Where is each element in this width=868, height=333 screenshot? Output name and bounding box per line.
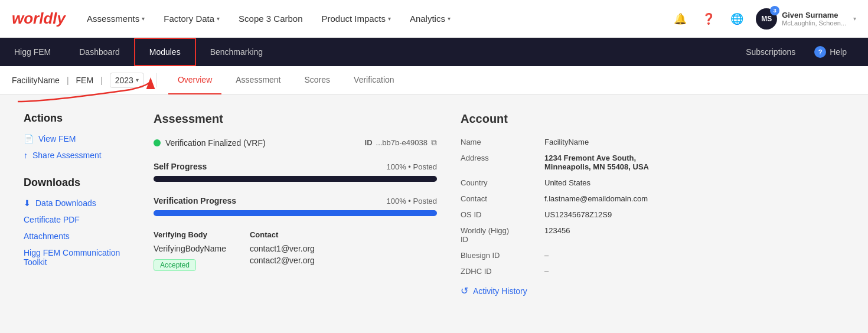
contact-col: Contact contact1@ver.org contact2@ver.or…: [250, 230, 315, 271]
tab-verification[interactable]: Verification: [344, 66, 403, 94]
main-content: Actions 📄 View FEM ↑ Share Assessment Do…: [0, 94, 868, 333]
account-row-bluesign: Bluesign ID –: [461, 251, 685, 260]
right-panel: Account Name FacilityName Address 1234 F…: [461, 112, 685, 325]
actions-title: Actions: [24, 112, 130, 125]
avatar: MS 3: [756, 8, 777, 30]
data-downloads-link[interactable]: ⬇ Data Downloads: [24, 198, 130, 208]
subscriptions-button[interactable]: Subscriptions: [736, 38, 805, 66]
account-row-name: Name FacilityName: [461, 138, 685, 146]
account-row-country: Country United States: [461, 178, 685, 187]
activity-history-link[interactable]: ↺ Activity History: [461, 285, 685, 296]
tab-nav: FacilityName | FEM | 2023 ▾ Overview Ass…: [0, 66, 868, 94]
copy-icon[interactable]: ⧉: [431, 138, 437, 148]
user-chevron-icon: ▾: [853, 15, 856, 22]
tab-separator: [156, 73, 156, 87]
chevron-down-icon: ▾: [142, 15, 145, 22]
globe-icon[interactable]: 🌐: [727, 9, 746, 28]
notification-icon[interactable]: 🔔: [671, 9, 690, 28]
activity-icon: ↺: [461, 285, 468, 296]
breadcrumb-facility: FacilityName: [12, 76, 60, 85]
nav-assessments[interactable]: Assessments ▾: [80, 10, 152, 27]
status-dot-icon: [154, 139, 161, 146]
second-nav: Higg FEM Dashboard Modules Benchmarking …: [0, 38, 868, 66]
share-assessment-link[interactable]: ↑ Share Assessment: [24, 151, 130, 160]
notification-badge: 3: [770, 6, 779, 15]
assessment-id: ID ...bb7b-e49038 ⧉: [365, 138, 437, 148]
nav-factory-data[interactable]: Factory Data ▾: [156, 10, 227, 27]
year-chevron-icon: ▾: [136, 77, 139, 83]
self-progress-bar-fill: [154, 176, 437, 182]
help-icon[interactable]: ❓: [699, 9, 718, 28]
downloads-section: Downloads ⬇ Data Downloads Certificate P…: [24, 177, 130, 267]
top-nav: worldly Assessments ▾ Factory Data ▾ Sco…: [0, 0, 868, 38]
verification-progress-meta: 100% • Posted: [386, 197, 437, 205]
account-row-address: Address 1234 Fremont Ave South,Minneapol…: [461, 154, 685, 171]
user-info: Given Surname McLaughlin, Schoen...: [782, 11, 846, 27]
second-nav-higg-fem[interactable]: Higg FEM: [0, 38, 65, 66]
nav-scope3[interactable]: Scope 3 Carbon: [231, 10, 309, 27]
tab-assessment[interactable]: Assessment: [226, 66, 290, 94]
help-button[interactable]: ? Help: [805, 38, 856, 66]
account-row-contact: Contact f.lastname@emaildomain.com: [461, 194, 685, 203]
left-panel: Actions 📄 View FEM ↑ Share Assessment Do…: [24, 112, 154, 325]
user-menu[interactable]: MS 3 Given Surname McLaughlin, Schoen...…: [756, 8, 856, 30]
logo[interactable]: worldly: [12, 9, 66, 28]
self-progress-bar-bg: [154, 176, 437, 182]
tab-scores[interactable]: Scores: [295, 66, 340, 94]
verifying-body-col: Verifying Body VerifyingBodyName Accepte…: [154, 230, 226, 271]
assessment-title: Assessment: [154, 112, 437, 126]
status-row: Verification Finalized (VRF) ID ...bb7b-…: [154, 138, 437, 148]
chevron-down-icon: ▾: [217, 15, 220, 22]
nav-analytics[interactable]: Analytics ▾: [403, 10, 458, 27]
accepted-badge: Accepted: [154, 259, 196, 271]
view-fem-link[interactable]: 📄 View FEM: [24, 134, 130, 143]
self-progress-section: Self Progress 100% • Posted: [154, 162, 437, 182]
status-badge: Verification Finalized (VRF): [154, 138, 266, 148]
year-selector[interactable]: 2023 ▾: [110, 73, 144, 88]
nav-product-impacts[interactable]: Product Impacts ▾: [315, 10, 398, 27]
verification-progress-bar-fill: [154, 210, 437, 216]
breadcrumb-module: FEM: [76, 76, 94, 85]
account-row-zdhc: ZDHC ID –: [461, 267, 685, 276]
verifying-row: Verifying Body VerifyingBodyName Accepte…: [154, 230, 437, 271]
higg-fem-toolkit-link[interactable]: Higg FEM Communication Toolkit: [24, 248, 130, 267]
account-title: Account: [461, 112, 685, 126]
downloads-title: Downloads: [24, 177, 130, 189]
chevron-down-icon: ▾: [448, 15, 451, 22]
verification-progress-bar-bg: [154, 210, 437, 216]
second-nav-modules[interactable]: Modules: [134, 38, 196, 66]
verification-progress-section: Verification Progress 100% • Posted: [154, 196, 437, 216]
center-panel: Assessment Verification Finalized (VRF) …: [154, 112, 461, 325]
tab-overview[interactable]: Overview: [168, 66, 221, 94]
second-nav-benchmarking[interactable]: Benchmarking: [196, 38, 278, 66]
chevron-down-icon: ▾: [388, 15, 391, 22]
share-icon: ↑: [24, 151, 28, 160]
attachments-link[interactable]: Attachments: [24, 231, 130, 241]
help-circle-icon: ?: [814, 46, 826, 58]
second-nav-dashboard[interactable]: Dashboard: [65, 38, 134, 66]
account-row-osid: OS ID US12345678Z12S9: [461, 210, 685, 219]
certificate-pdf-link[interactable]: Certificate PDF: [24, 215, 130, 224]
self-progress-meta: 100% • Posted: [386, 162, 437, 171]
doc-icon: 📄: [24, 134, 34, 143]
download-icon: ⬇: [24, 198, 31, 208]
account-row-worldly-id: Worldly (Higg)ID 123456: [461, 226, 685, 244]
